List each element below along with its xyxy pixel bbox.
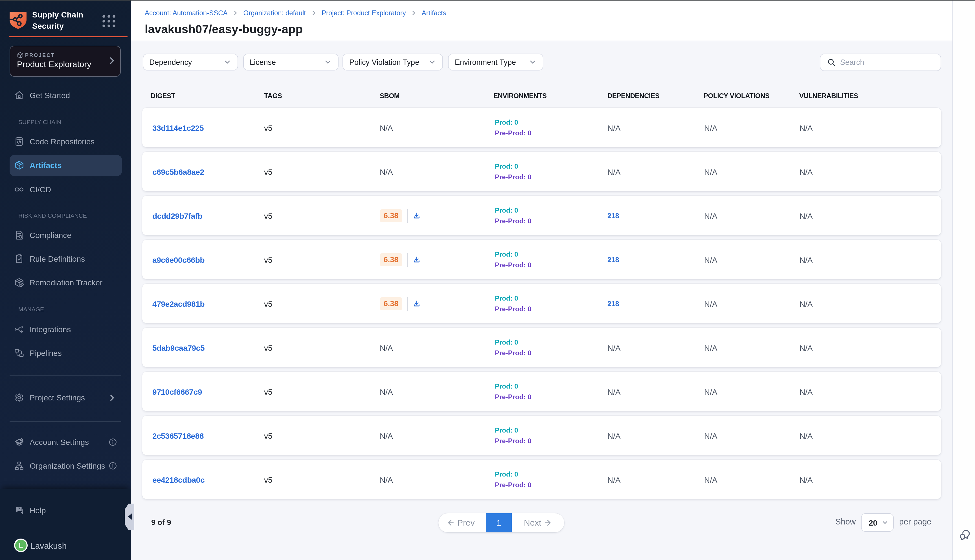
- svg-text:?: ?: [18, 507, 20, 511]
